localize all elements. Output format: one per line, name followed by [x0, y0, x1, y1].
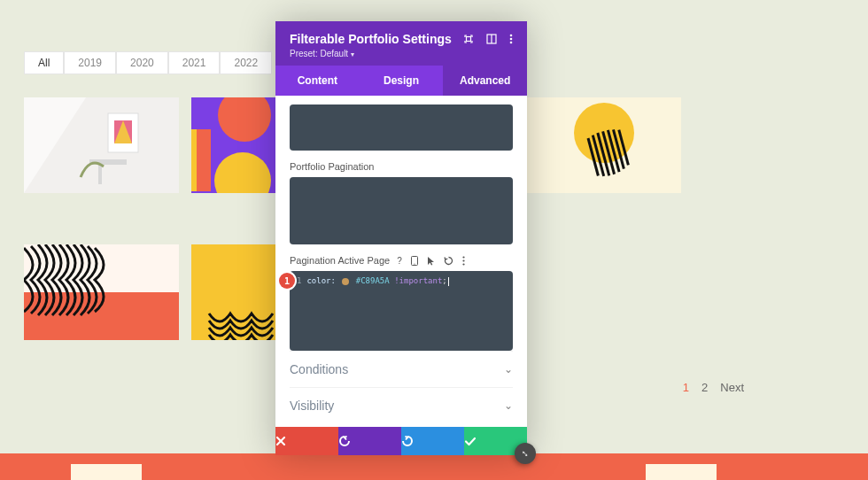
svg-point-32 — [462, 256, 464, 258]
cursor-icon[interactable] — [427, 256, 435, 266]
css-textarea-pagination-active[interactable]: 1 1color: #C89A5A !important; — [290, 271, 513, 351]
svg-point-28 — [510, 38, 513, 41]
filter-tab-2021[interactable]: 2021 — [168, 51, 221, 74]
portfolio-pagination: 1 2 Next — [683, 381, 744, 394]
color-swatch-icon — [342, 278, 349, 285]
preset-selector[interactable]: Preset: Default ▾ — [290, 49, 513, 58]
mobile-icon[interactable] — [411, 256, 418, 266]
panel-layout-icon[interactable] — [486, 34, 497, 44]
label-pagination-active-page: Pagination Active Page — [290, 255, 390, 266]
svg-rect-6 — [98, 165, 102, 184]
tab-content[interactable]: Content — [275, 66, 360, 96]
reset-icon[interactable] — [444, 256, 453, 266]
text-caret — [448, 277, 449, 286]
filter-tab-all[interactable]: All — [24, 51, 64, 74]
modal-header: Filterable Portfolio Settings Preset: De… — [275, 21, 527, 66]
settings-modal: Filterable Portfolio Settings Preset: De… — [275, 21, 527, 455]
svg-rect-24 — [467, 37, 471, 42]
footer-block — [646, 464, 717, 480]
svg-point-33 — [462, 259, 464, 261]
portfolio-tile[interactable] — [24, 97, 179, 193]
cancel-button[interactable] — [275, 427, 338, 455]
accordion-conditions[interactable]: Conditions ⌄ — [290, 351, 513, 387]
pagination-page-2[interactable]: 2 — [701, 381, 708, 394]
svg-point-31 — [414, 263, 415, 264]
filter-tab-2019[interactable]: 2019 — [64, 51, 116, 74]
tab-design[interactable]: Design — [360, 66, 444, 96]
css-textarea-prev[interactable] — [290, 105, 513, 151]
filter-tab-2022[interactable]: 2022 — [220, 51, 272, 74]
filter-tab-2020[interactable]: 2020 — [116, 51, 168, 74]
modal-footer — [275, 427, 527, 455]
svg-point-34 — [462, 263, 464, 265]
modal-tabs: Content Design Advanced — [275, 66, 527, 96]
svg-point-29 — [510, 42, 513, 44]
accordion-visibility[interactable]: Visibility ⌄ — [290, 387, 513, 423]
chevron-down-icon: ▾ — [351, 50, 354, 58]
pagination-next[interactable]: Next — [720, 381, 744, 394]
undo-button[interactable] — [338, 427, 401, 455]
label-portfolio-pagination: Portfolio Pagination — [290, 161, 513, 172]
modal-body: Portfolio Pagination Pagination Active P… — [275, 96, 527, 427]
help-icon[interactable]: ? — [397, 256, 402, 266]
chevron-down-icon: ⌄ — [504, 363, 513, 375]
expand-icon[interactable] — [463, 34, 474, 44]
pagination-page-1[interactable]: 1 — [683, 381, 689, 394]
portfolio-filter-bar: All 2019 2020 2021 2022 — [24, 51, 272, 74]
portfolio-tile[interactable] — [24, 244, 179, 340]
kebab-menu-icon[interactable] — [509, 34, 513, 44]
footer-block — [71, 464, 142, 480]
svg-rect-11 — [191, 129, 197, 191]
modal-title: Filterable Portfolio Settings — [290, 32, 452, 46]
redo-button[interactable] — [401, 427, 464, 455]
kebab-menu-icon[interactable] — [462, 256, 465, 266]
chevron-down-icon: ⌄ — [504, 399, 513, 412]
svg-point-27 — [510, 35, 513, 37]
line-number: 1 — [297, 276, 301, 285]
step-marker: 1 — [279, 273, 295, 289]
css-textarea-portfolio-pagination[interactable] — [290, 177, 513, 244]
tab-advanced[interactable]: Advanced — [443, 66, 527, 96]
portfolio-tile[interactable] — [526, 97, 681, 193]
